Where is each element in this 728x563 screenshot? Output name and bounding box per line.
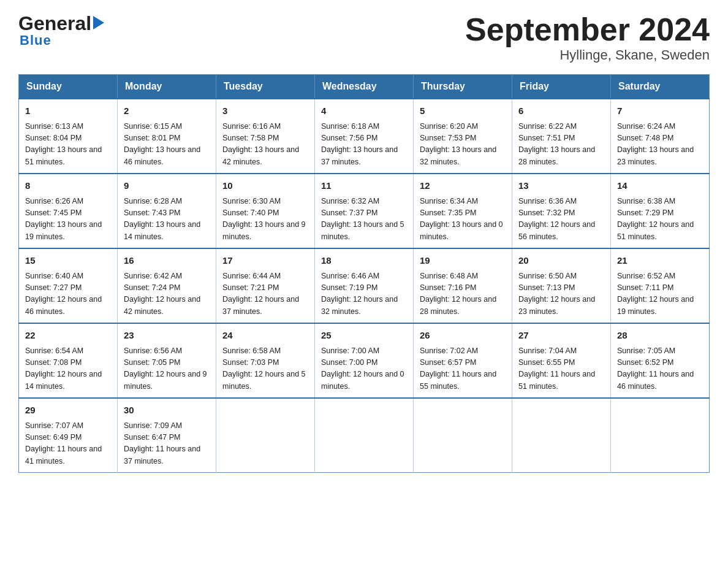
calendar-week-5: 29Sunrise: 7:07 AMSunset: 6:49 PMDayligh…: [19, 398, 710, 473]
day-info: Sunrise: 6:24 AMSunset: 7:48 PMDaylight:…: [617, 121, 703, 169]
calendar-cell: [611, 398, 710, 473]
day-number: 21: [617, 254, 703, 268]
day-info: Sunrise: 6:44 AMSunset: 7:21 PMDaylight:…: [222, 270, 308, 318]
day-number: 19: [420, 254, 506, 268]
calendar-cell: 11Sunrise: 6:32 AMSunset: 7:37 PMDayligh…: [315, 174, 414, 248]
page: General Blue September 2024 Hyllinge, Sk…: [0, 0, 728, 491]
day-info: Sunrise: 6:13 AMSunset: 8:04 PMDaylight:…: [25, 121, 111, 169]
day-number: 3: [222, 104, 308, 118]
svg-marker-0: [93, 16, 104, 29]
day-info: Sunrise: 7:05 AMSunset: 6:52 PMDaylight:…: [617, 345, 703, 393]
day-info: Sunrise: 6:56 AMSunset: 7:05 PMDaylight:…: [124, 345, 210, 393]
calendar-cell: 24Sunrise: 6:58 AMSunset: 7:03 PMDayligh…: [216, 323, 315, 398]
day-info: Sunrise: 6:16 AMSunset: 7:58 PMDaylight:…: [222, 121, 308, 169]
day-number: 7: [617, 104, 703, 118]
day-info: Sunrise: 7:07 AMSunset: 6:49 PMDaylight:…: [25, 420, 111, 468]
day-info: Sunrise: 6:54 AMSunset: 7:08 PMDaylight:…: [25, 345, 111, 393]
calendar-cell: 14Sunrise: 6:38 AMSunset: 7:29 PMDayligh…: [611, 174, 710, 248]
day-number: 17: [222, 254, 308, 268]
calendar-cell: 30Sunrise: 7:09 AMSunset: 6:47 PMDayligh…: [118, 398, 216, 473]
day-number: 4: [321, 104, 407, 118]
day-number: 22: [25, 329, 111, 343]
day-number: 12: [420, 179, 506, 193]
calendar-cell: 2Sunrise: 6:15 AMSunset: 8:01 PMDaylight…: [118, 99, 216, 174]
weekday-header-thursday: Thursday: [414, 75, 512, 99]
logo-general-text: General: [18, 12, 91, 35]
day-number: 14: [617, 179, 703, 193]
calendar-cell: 27Sunrise: 7:04 AMSunset: 6:55 PMDayligh…: [512, 323, 611, 398]
day-info: Sunrise: 6:38 AMSunset: 7:29 PMDaylight:…: [617, 196, 703, 243]
day-number: 5: [420, 104, 506, 118]
calendar-cell: 6Sunrise: 6:22 AMSunset: 7:51 PMDaylight…: [512, 99, 611, 174]
day-info: Sunrise: 6:34 AMSunset: 7:35 PMDaylight:…: [420, 196, 506, 243]
day-number: 11: [321, 179, 407, 193]
calendar-cell: 18Sunrise: 6:46 AMSunset: 7:19 PMDayligh…: [315, 248, 414, 323]
day-number: 18: [321, 254, 407, 268]
calendar-cell: [315, 398, 414, 473]
weekday-header-friday: Friday: [512, 75, 611, 99]
calendar-cell: 23Sunrise: 6:56 AMSunset: 7:05 PMDayligh…: [118, 323, 216, 398]
day-info: Sunrise: 6:15 AMSunset: 8:01 PMDaylight:…: [124, 121, 210, 169]
calendar-cell: 29Sunrise: 7:07 AMSunset: 6:49 PMDayligh…: [19, 398, 118, 473]
day-number: 6: [518, 104, 604, 118]
calendar-header-row: SundayMondayTuesdayWednesdayThursdayFrid…: [19, 75, 710, 99]
calendar-week-2: 8Sunrise: 6:26 AMSunset: 7:45 PMDaylight…: [19, 174, 710, 248]
logo-blue-text: Blue: [20, 33, 51, 48]
day-number: 29: [25, 404, 111, 418]
calendar-subtitle: Hyllinge, Skane, Sweden: [465, 47, 710, 63]
day-info: Sunrise: 6:36 AMSunset: 7:32 PMDaylight:…: [518, 196, 604, 243]
day-info: Sunrise: 6:26 AMSunset: 7:45 PMDaylight:…: [25, 196, 111, 243]
calendar-cell: 21Sunrise: 6:52 AMSunset: 7:11 PMDayligh…: [611, 248, 710, 323]
day-number: 13: [518, 179, 604, 193]
calendar-cell: 19Sunrise: 6:48 AMSunset: 7:16 PMDayligh…: [414, 248, 512, 323]
day-number: 23: [124, 329, 210, 343]
weekday-header-monday: Monday: [118, 75, 216, 99]
day-number: 20: [518, 254, 604, 268]
calendar-cell: 7Sunrise: 6:24 AMSunset: 7:48 PMDaylight…: [611, 99, 710, 174]
day-number: 28: [617, 329, 703, 343]
day-number: 27: [518, 329, 604, 343]
day-info: Sunrise: 6:58 AMSunset: 7:03 PMDaylight:…: [222, 345, 308, 393]
day-info: Sunrise: 7:00 AMSunset: 7:00 PMDaylight:…: [321, 345, 407, 393]
day-info: Sunrise: 6:32 AMSunset: 7:37 PMDaylight:…: [321, 196, 407, 243]
calendar-week-4: 22Sunrise: 6:54 AMSunset: 7:08 PMDayligh…: [19, 323, 710, 398]
day-info: Sunrise: 6:22 AMSunset: 7:51 PMDaylight:…: [518, 121, 604, 169]
calendar-cell: 8Sunrise: 6:26 AMSunset: 7:45 PMDaylight…: [19, 174, 118, 248]
calendar-cell: 4Sunrise: 6:18 AMSunset: 7:56 PMDaylight…: [315, 99, 414, 174]
weekday-header-wednesday: Wednesday: [315, 75, 414, 99]
day-info: Sunrise: 7:09 AMSunset: 6:47 PMDaylight:…: [124, 420, 210, 468]
day-number: 9: [124, 179, 210, 193]
day-info: Sunrise: 6:20 AMSunset: 7:53 PMDaylight:…: [420, 121, 506, 169]
day-number: 24: [222, 329, 308, 343]
calendar-title: September 2024: [465, 12, 710, 47]
calendar-cell: 25Sunrise: 7:00 AMSunset: 7:00 PMDayligh…: [315, 323, 414, 398]
day-number: 1: [25, 104, 111, 118]
day-info: Sunrise: 6:40 AMSunset: 7:27 PMDaylight:…: [25, 270, 111, 318]
day-info: Sunrise: 7:02 AMSunset: 6:57 PMDaylight:…: [420, 345, 506, 393]
day-info: Sunrise: 6:42 AMSunset: 7:24 PMDaylight:…: [124, 270, 210, 318]
day-info: Sunrise: 6:30 AMSunset: 7:40 PMDaylight:…: [222, 196, 308, 243]
day-number: 15: [25, 254, 111, 268]
day-number: 30: [124, 404, 210, 418]
day-info: Sunrise: 6:50 AMSunset: 7:13 PMDaylight:…: [518, 270, 604, 318]
logo: General: [18, 12, 104, 35]
day-info: Sunrise: 6:28 AMSunset: 7:43 PMDaylight:…: [124, 196, 210, 243]
calendar-week-3: 15Sunrise: 6:40 AMSunset: 7:27 PMDayligh…: [19, 248, 710, 323]
day-info: Sunrise: 6:48 AMSunset: 7:16 PMDaylight:…: [420, 270, 506, 318]
weekday-header-tuesday: Tuesday: [216, 75, 315, 99]
day-info: Sunrise: 6:52 AMSunset: 7:11 PMDaylight:…: [617, 270, 703, 318]
weekday-header-saturday: Saturday: [611, 75, 710, 99]
day-number: 2: [124, 104, 210, 118]
day-number: 16: [124, 254, 210, 268]
day-info: Sunrise: 6:46 AMSunset: 7:19 PMDaylight:…: [321, 270, 407, 318]
calendar-cell: 26Sunrise: 7:02 AMSunset: 6:57 PMDayligh…: [414, 323, 512, 398]
calendar-cell: 28Sunrise: 7:05 AMSunset: 6:52 PMDayligh…: [611, 323, 710, 398]
day-info: Sunrise: 6:18 AMSunset: 7:56 PMDaylight:…: [321, 121, 407, 169]
calendar-cell: 20Sunrise: 6:50 AMSunset: 7:13 PMDayligh…: [512, 248, 611, 323]
day-number: 26: [420, 329, 506, 343]
calendar-cell: 9Sunrise: 6:28 AMSunset: 7:43 PMDaylight…: [118, 174, 216, 248]
calendar-body: 1Sunrise: 6:13 AMSunset: 8:04 PMDaylight…: [19, 99, 710, 473]
calendar-cell: 1Sunrise: 6:13 AMSunset: 8:04 PMDaylight…: [19, 99, 118, 174]
calendar-cell: [414, 398, 512, 473]
calendar-cell: 17Sunrise: 6:44 AMSunset: 7:21 PMDayligh…: [216, 248, 315, 323]
